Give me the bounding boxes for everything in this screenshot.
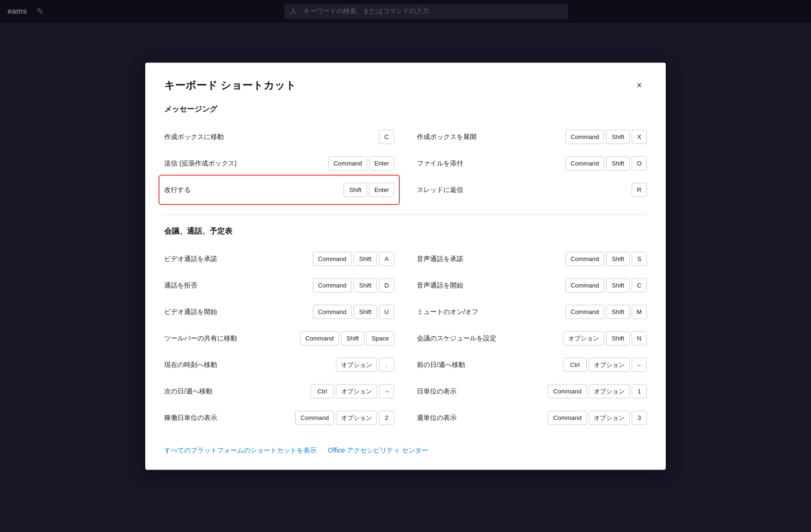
shortcut-newline: 改行する Shift Enter [160, 176, 398, 203]
shortcut-schedule-meeting: 会議のスケジュールを設定 オプション Shift N [417, 325, 647, 351]
messaging-right-column: 作成ボックスを展開 Command Shift X ファイルを添付 Comman… [417, 123, 647, 203]
shortcut-label: ビデオ通話を承諾 [164, 254, 313, 263]
key-command: Command [548, 384, 587, 398]
shortcut-mute-toggle: ミュートのオン/オフ Command Shift M [417, 298, 647, 325]
key-1: 1 [632, 384, 647, 398]
key-m: M [632, 305, 647, 319]
key-option: オプション [589, 410, 630, 425]
key-r: R [632, 183, 647, 197]
key-command: Command [548, 410, 587, 425]
key-dot: . [379, 358, 394, 372]
meetings-left-column: ビデオ通話を承諾 Command Shift A 通話を拒否 Command S… [164, 245, 394, 431]
key-command: Command [328, 156, 367, 170]
shortcut-label: ファイルを添付 [417, 159, 565, 167]
key-u: U [379, 305, 394, 319]
meetings-shortcuts-grid: ビデオ通話を承諾 Command Shift A 通話を拒否 Command S… [164, 245, 647, 431]
shortcut-accept-audio: 音声通話を承諾 Command Shift S [417, 245, 647, 272]
key-enter: Enter [369, 183, 394, 197]
key-ctrl: Ctrl [310, 384, 334, 398]
section-title-messaging: メッセージング [164, 104, 647, 114]
close-button[interactable]: × [632, 78, 647, 93]
shortcut-keys: Command Shift D [313, 278, 394, 292]
shortcut-keys: C [379, 130, 394, 144]
key-2: 2 [379, 410, 394, 425]
shortcut-label: 週単位の表示 [417, 413, 548, 422]
key-shift: Shift [606, 156, 630, 170]
shortcut-label: ミュートのオン/オフ [417, 307, 565, 316]
shortcut-attach-file: ファイルを添付 Command Shift O [417, 150, 647, 176]
shortcut-workday-view: 稼働日単位の表示 Command オプション 2 [164, 404, 394, 431]
key-command: Command [313, 252, 352, 266]
key-a: A [379, 252, 394, 266]
key-option: オプション [336, 410, 377, 425]
key-s: S [632, 252, 647, 266]
shortcut-goto-current-time: 現在の時刻へ移動 オプション . [164, 351, 394, 378]
shortcut-label: ツールバーの共有に移動 [164, 334, 300, 342]
shortcut-label: 前の日/週へ移動 [417, 360, 563, 369]
key-command: Command [313, 305, 352, 319]
key-option: オプション [336, 358, 377, 372]
key-n: N [632, 331, 647, 345]
key-command: Command [565, 156, 604, 170]
shortcut-label: 改行する [164, 185, 344, 194]
key-shift: Shift [606, 130, 630, 144]
shortcut-keys: Command Shift M [565, 305, 647, 319]
shortcut-label: 作成ボックスに移動 [164, 132, 379, 141]
shortcut-keys: Command Shift S [565, 252, 647, 266]
key-option: オプション [563, 331, 604, 345]
shortcut-day-view: 日単位の表示 Command オプション 1 [417, 378, 647, 404]
key-shift: Shift [341, 331, 364, 345]
all-platforms-link[interactable]: すべてのプラットフォームのショートカットを表示 [164, 446, 317, 454]
shortcut-label: 音声通話を承諾 [417, 254, 565, 263]
shortcut-keys: Command オプション 3 [548, 410, 647, 425]
shortcut-start-audio: 音声通話を開始 Command Shift C [417, 272, 647, 298]
shortcut-label: 次の日/週へ移動 [164, 387, 310, 395]
key-d: D [379, 278, 394, 292]
shortcut-toolbar-share: ツールバーの共有に移動 Command Shift Space [164, 325, 394, 351]
accessibility-center-link[interactable]: Office アクセシビリティ センター [328, 446, 428, 454]
key-shift: Shift [344, 183, 367, 197]
key-command: Command [313, 278, 352, 292]
shortcut-keys: Command オプション 1 [548, 384, 647, 398]
key-shift: Shift [353, 278, 377, 292]
key-arrow-left: ← [632, 358, 647, 372]
shortcut-reply-thread: スレッドに返信 R [417, 176, 647, 203]
shortcut-label: 日単位の表示 [417, 387, 548, 395]
key-enter: Enter [369, 156, 394, 170]
messaging-left-column: 作成ボックスに移動 C 送信 (拡張作成ボックス) Command Enter … [164, 123, 394, 203]
key-command: Command [565, 278, 604, 292]
shortcut-keys: Ctrl オプション ← [563, 358, 647, 372]
key-ctrl: Ctrl [563, 358, 587, 372]
shortcut-send-expanded: 送信 (拡張作成ボックス) Command Enter [164, 150, 394, 176]
key-shift: Shift [606, 252, 630, 266]
shortcut-label: 送信 (拡張作成ボックス) [164, 159, 328, 167]
shortcut-keys: Shift Enter [344, 183, 394, 197]
key-shift: Shift [353, 252, 377, 266]
shortcut-keys: Command Shift U [313, 305, 394, 319]
key-option: オプション [589, 384, 630, 398]
shortcut-keys: オプション Shift N [563, 331, 647, 345]
shortcut-accept-video: ビデオ通話を承諾 Command Shift A [164, 245, 394, 272]
key-shift: Shift [353, 305, 377, 319]
key-option: オプション [589, 358, 630, 372]
key-command: Command [565, 130, 604, 144]
key-o: O [632, 156, 647, 170]
key-shift: Shift [606, 305, 630, 319]
shortcut-label: スレッドに返信 [417, 185, 632, 194]
key-command: Command [565, 252, 604, 266]
shortcut-next-day-week: 次の日/週へ移動 Ctrl オプション → [164, 378, 394, 404]
shortcut-week-view: 週単位の表示 Command オプション 3 [417, 404, 647, 431]
shortcut-expand-compose: 作成ボックスを展開 Command Shift X [417, 123, 647, 150]
key-x: X [632, 130, 647, 144]
shortcut-keys: Command Enter [328, 156, 394, 170]
messaging-shortcuts-grid: 作成ボックスに移動 C 送信 (拡張作成ボックス) Command Enter … [164, 123, 647, 203]
shortcut-keys: Command Shift X [565, 130, 647, 144]
keyboard-shortcuts-modal: キーボード ショートカット × メッセージング 作成ボックスに移動 C 送信 (… [145, 62, 666, 470]
shortcut-start-video: ビデオ通話を開始 Command Shift U [164, 298, 394, 325]
shortcut-label: 音声通話を開始 [417, 281, 565, 289]
section-title-meetings: 会議、通話、予定表 [164, 226, 647, 236]
shortcut-keys: R [632, 183, 647, 197]
key-c: C [379, 130, 394, 144]
key-command: Command [300, 331, 339, 345]
shortcut-keys: Command Shift O [565, 156, 647, 170]
